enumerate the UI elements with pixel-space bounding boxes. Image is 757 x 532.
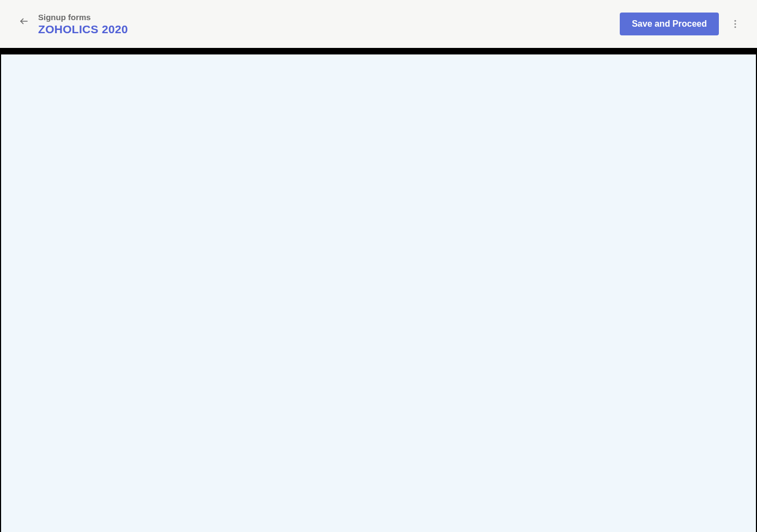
header-right: Save and Proceed	[620, 13, 742, 35]
svg-point-2	[735, 23, 736, 25]
page-title: ZOHOLICS 2020	[38, 23, 128, 36]
save-and-proceed-button[interactable]: Save and Proceed	[620, 13, 719, 35]
divider-bar	[0, 48, 757, 54]
page-header: Signup forms ZOHOLICS 2020 Save and Proc…	[0, 0, 757, 48]
title-block: Signup forms ZOHOLICS 2020	[38, 13, 128, 36]
header-left: Signup forms ZOHOLICS 2020	[19, 13, 128, 36]
svg-point-1	[735, 20, 736, 22]
back-arrow-icon[interactable]	[19, 16, 29, 27]
content-area	[0, 54, 757, 532]
more-options-icon[interactable]	[729, 17, 742, 30]
svg-point-3	[735, 26, 736, 28]
breadcrumb[interactable]: Signup forms	[38, 13, 128, 22]
